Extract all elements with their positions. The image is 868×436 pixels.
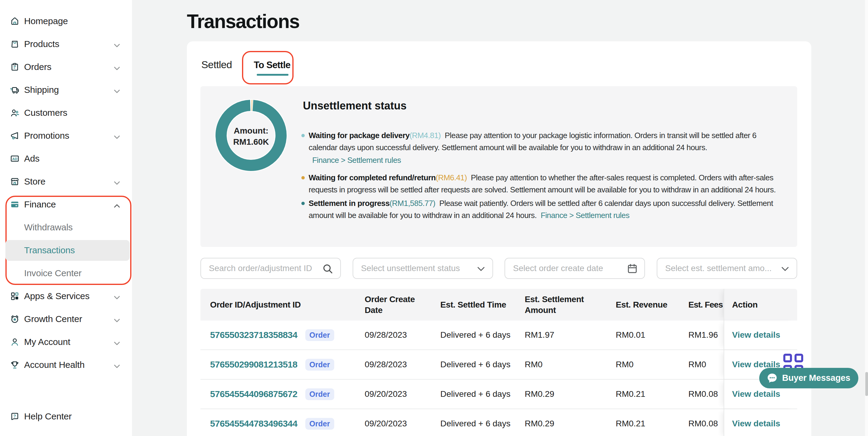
svg-text:AD: AD: [12, 157, 18, 161]
svg-text:?: ?: [13, 414, 16, 418]
